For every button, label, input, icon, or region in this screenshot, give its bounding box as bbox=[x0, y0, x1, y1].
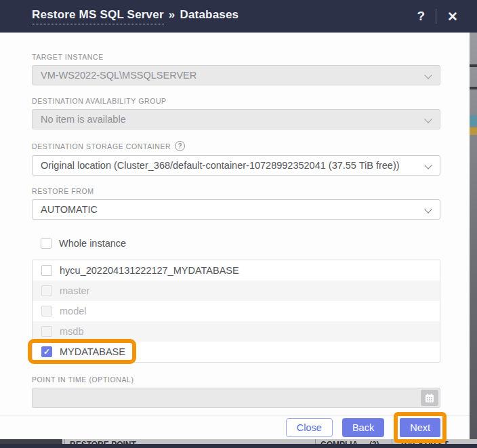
title-breadcrumb-link[interactable]: Restore MS SQL Server bbox=[32, 8, 164, 24]
chevron-down-icon bbox=[424, 71, 432, 79]
database-checkbox[interactable]: ✓ bbox=[41, 346, 52, 357]
database-row: master bbox=[33, 281, 440, 301]
database-row[interactable]: hycu_202204131222127_MYDATABASE bbox=[33, 260, 440, 281]
destination-availability-group-field: DESTINATION AVAILABILITY GROUP No item i… bbox=[32, 97, 440, 129]
database-checkbox bbox=[41, 285, 52, 296]
database-checkbox[interactable] bbox=[41, 265, 52, 276]
calendar-icon[interactable] bbox=[421, 390, 438, 406]
background-fragment bbox=[470, 87, 477, 89]
header-divider bbox=[436, 9, 436, 24]
divider bbox=[315, 439, 316, 444]
chevron-down-icon bbox=[424, 115, 432, 123]
destination-availability-group-select[interactable]: No item is available bbox=[32, 109, 440, 129]
database-label: master bbox=[60, 285, 89, 296]
background-sidebar bbox=[0, 439, 62, 444]
whole-instance-checkbox[interactable] bbox=[41, 238, 51, 249]
database-row: model bbox=[33, 301, 440, 321]
dialog-footer: Close Back Next bbox=[0, 415, 470, 439]
chevron-down-icon bbox=[424, 161, 432, 169]
database-row[interactable]: ✓MYDATABASE bbox=[33, 342, 440, 362]
title-section: Databases bbox=[180, 8, 239, 22]
restore-dialog-screen: RESTORE POINTCOMPLIA(3)BACKUP ST Restore… bbox=[0, 0, 477, 448]
restore-from-select[interactable]: AUTOMATIC bbox=[32, 199, 440, 220]
background-fragment bbox=[470, 64, 477, 67]
target-instance-select[interactable]: VM-WS2022-SQL\MSSQLSERVER bbox=[32, 65, 440, 85]
point-in-time-field: POINT IN TIME (OPTIONAL) bbox=[32, 375, 440, 408]
database-label: MYDATABASE bbox=[60, 346, 125, 357]
dialog-title: Restore MS SQL Server » Databases bbox=[32, 8, 239, 24]
destination-availability-group-label: DESTINATION AVAILABILITY GROUP bbox=[32, 97, 440, 105]
help-icon[interactable]: ? bbox=[410, 7, 432, 25]
whole-instance-label: Whole instance bbox=[59, 238, 126, 249]
restore-from-label: RESTORE FROM bbox=[32, 187, 440, 195]
database-label: model bbox=[60, 306, 87, 317]
divider bbox=[64, 439, 65, 444]
database-list: hycu_202204131222127_MYDATABASEmastermod… bbox=[32, 260, 440, 363]
database-row: msdb bbox=[33, 321, 440, 342]
next-button[interactable]: Next bbox=[400, 418, 440, 437]
destination-storage-container-value: Original location (Cluster_368/default-c… bbox=[41, 160, 400, 171]
destination-storage-container-label: DESTINATION STORAGE CONTAINER ? bbox=[32, 141, 440, 151]
background-bottom-bar bbox=[0, 444, 477, 448]
database-checkbox bbox=[41, 326, 52, 337]
target-instance-label: TARGET INSTANCE bbox=[32, 53, 440, 61]
database-label: msdb bbox=[60, 326, 83, 337]
destination-storage-container-field: DESTINATION STORAGE CONTAINER ? Original… bbox=[32, 141, 440, 176]
chevron-down-icon bbox=[424, 205, 432, 213]
dialog-body: TARGET INSTANCE VM-WS2022-SQL\MSSQLSERVE… bbox=[0, 33, 470, 415]
database-label: hycu_202204131222127_MYDATABASE bbox=[60, 265, 239, 276]
destination-availability-group-value: No item is available bbox=[41, 114, 126, 125]
close-icon[interactable]: ✕ bbox=[440, 7, 465, 26]
back-button[interactable]: Back bbox=[342, 418, 384, 437]
dialog-header: Restore MS SQL Server » Databases ? ✕ bbox=[0, 0, 477, 33]
target-instance-field: TARGET INSTANCE VM-WS2022-SQL\MSSQLSERVE… bbox=[32, 53, 440, 85]
target-instance-value: VM-WS2022-SQL\MSSQLSERVER bbox=[41, 70, 196, 81]
background-page-sliver bbox=[470, 33, 477, 439]
point-in-time-input[interactable] bbox=[32, 388, 440, 408]
destination-storage-container-label-text: DESTINATION STORAGE CONTAINER bbox=[32, 142, 171, 150]
destination-storage-container-select[interactable]: Original location (Cluster_368/default-c… bbox=[32, 155, 440, 176]
restore-from-value: AUTOMATIC bbox=[41, 204, 98, 215]
database-checkbox bbox=[41, 306, 52, 317]
background-fragment bbox=[470, 115, 477, 126]
close-button[interactable]: Close bbox=[286, 418, 333, 437]
whole-instance-row: Whole instance bbox=[41, 238, 440, 249]
background-fragment bbox=[470, 127, 477, 135]
question-circle-icon[interactable]: ? bbox=[175, 141, 185, 151]
title-separator: » bbox=[169, 8, 175, 22]
point-in-time-label: POINT IN TIME (OPTIONAL) bbox=[32, 375, 440, 384]
divider bbox=[392, 439, 392, 444]
restore-from-field: RESTORE FROM AUTOMATIC bbox=[32, 187, 440, 220]
next-button-highlight: Next bbox=[394, 412, 447, 443]
